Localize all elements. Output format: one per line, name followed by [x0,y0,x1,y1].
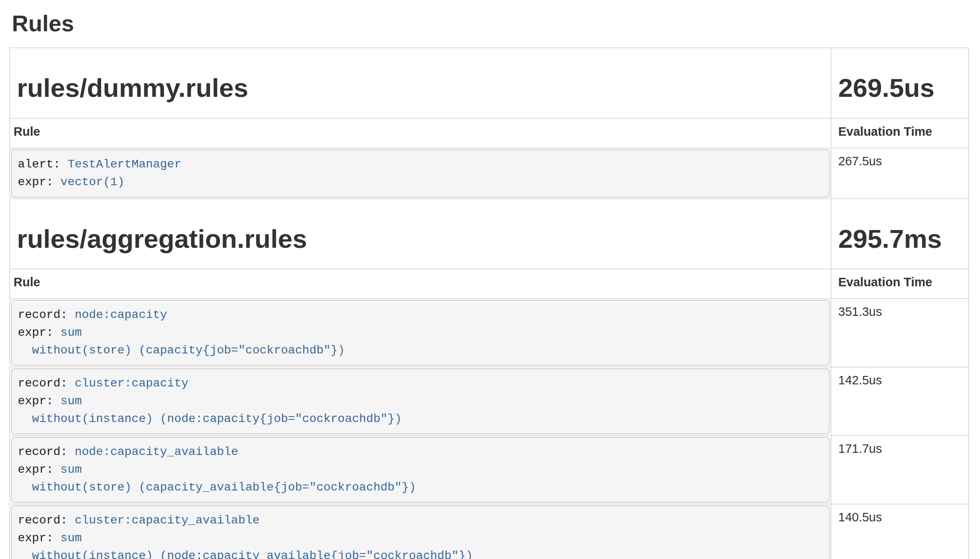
rule-definition: record: cluster:capacity expr: sum witho… [11,368,830,434]
rule-group-evaluation-time: 295.7ms [838,225,961,253]
rule-group-file: rules/aggregation.rules [17,225,824,253]
columns-header-row: Rule Evaluation Time [10,118,969,148]
rule-definition: alert: TestAlertManager expr: vector(1) [11,149,830,197]
rule-field-label: alert: [18,158,68,171]
rule-definition: record: node:capacity expr: sum without(… [11,300,830,366]
rule-group-file: rules/dummy.rules [17,74,824,102]
expr-link[interactable]: sum without(store) (capacity{job="cockro… [18,326,345,357]
rule-evaluation-time: 171.7us [831,436,969,504]
rule-column-header: Rule [10,269,831,299]
rule-field-label: record: [18,377,74,390]
alert-name-link[interactable]: TestAlertManager [68,158,182,171]
evaluation-time-column-header: Evaluation Time [831,269,969,299]
columns-header-row: Rule Evaluation Time [10,269,969,299]
rule-field-label: record: [18,514,74,527]
expr-link[interactable]: sum without(instance) (node:capacity{job… [18,395,402,425]
rule-row: record: node:capacity_available expr: su… [10,436,969,504]
rule-row: record: cluster:capacity expr: sum witho… [10,367,969,436]
page-title: Rules [12,11,969,36]
rule-cell: alert: TestAlertManager expr: vector(1) [10,148,831,199]
rules-page: Rules rules/dummy.rules 269.5us Rule Eva… [0,11,980,559]
rule-group-file-cell: rules/aggregation.rules [10,199,831,269]
rule-evaluation-time: 267.5us [831,148,969,199]
expr-link[interactable]: sum without(instance) (node:capacity_ava… [18,532,473,559]
rule-cell: record: cluster:capacity_available expr:… [10,504,831,559]
rule-column-header: Rule [10,118,831,148]
rule-field-label: expr: [18,463,61,476]
expr-link[interactable]: vector(1) [61,175,124,189]
rule-field-label: expr: [18,532,61,545]
expr-link[interactable]: sum without(store) (capacity_available{j… [18,463,416,494]
record-name-link[interactable]: node:capacity_available [74,445,238,458]
rule-evaluation-time: 351.3us [831,299,969,367]
rule-cell: record: node:capacity_available expr: su… [10,436,831,504]
rule-evaluation-time: 142.5us [831,367,969,436]
rule-field-label: expr: [18,326,61,339]
rule-group-time-cell: 295.7ms [831,199,969,269]
rule-group-header-row: rules/dummy.rules 269.5us [10,48,969,118]
rule-row: record: node:capacity expr: sum without(… [10,299,969,367]
rule-field-label: record: [18,308,74,321]
rule-field-label: record: [18,445,74,458]
record-name-link[interactable]: cluster:capacity [74,377,188,390]
rule-row: alert: TestAlertManager expr: vector(1) … [10,148,969,199]
rule-group-header-row: rules/aggregation.rules 295.7ms [10,199,969,269]
rule-group-file-cell: rules/dummy.rules [10,48,831,118]
rules-table: rules/dummy.rules 269.5us Rule Evaluatio… [9,47,969,559]
rule-evaluation-time: 140.5us [831,504,969,559]
rule-field-label: expr: [18,395,61,408]
rule-cell: record: cluster:capacity expr: sum witho… [10,367,831,436]
rule-cell: record: node:capacity expr: sum without(… [10,299,831,367]
record-name-link[interactable]: node:capacity [74,308,167,321]
rule-field-label: expr: [18,175,61,189]
record-name-link[interactable]: cluster:capacity_available [74,514,259,527]
rule-definition: record: node:capacity_available expr: su… [11,437,830,503]
evaluation-time-column-header: Evaluation Time [831,118,969,148]
rule-group-evaluation-time: 269.5us [838,74,961,102]
rule-group-time-cell: 269.5us [831,48,969,118]
rule-definition: record: cluster:capacity_available expr:… [11,505,830,559]
rule-row: record: cluster:capacity_available expr:… [10,504,969,559]
